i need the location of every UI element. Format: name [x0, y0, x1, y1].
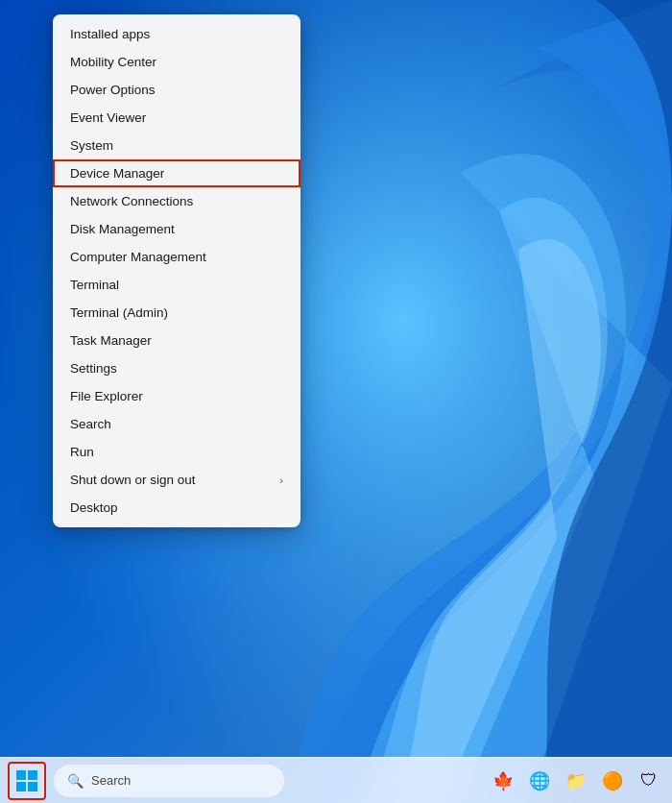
desktop: Installed appsMobility CenterPower Optio… — [0, 0, 672, 803]
menu-item-label: Terminal — [70, 278, 119, 292]
menu-item-label: Device Manager — [70, 166, 164, 181]
leaf-icon[interactable]: 🍁 — [488, 766, 518, 796]
menu-item-label: File Explorer — [70, 389, 143, 403]
windows-logo-icon — [16, 770, 37, 791]
menu-item-label: Search — [70, 417, 111, 431]
torrent-icon[interactable]: 🟠 — [597, 766, 628, 796]
menu-item-run[interactable]: Run — [53, 438, 300, 466]
menu-item-label: Shut down or sign out — [70, 473, 196, 487]
menu-item-settings[interactable]: Settings — [53, 354, 300, 382]
menu-item-label: Desktop — [70, 500, 118, 515]
menu-item-label: Computer Management — [70, 250, 206, 264]
menu-item-computer-management[interactable]: Computer Management — [53, 243, 300, 271]
menu-item-network-connections[interactable]: Network Connections — [53, 187, 300, 215]
taskbar: 🔍 Search 🍁🌐📁🟠🛡 — [0, 757, 672, 803]
menu-item-label: Task Manager — [70, 333, 152, 348]
search-label: Search — [91, 773, 131, 788]
menu-item-label: Power Options — [70, 83, 156, 97]
menu-item-event-viewer[interactable]: Event Viewer — [53, 104, 300, 132]
menu-item-desktop[interactable]: Desktop — [53, 494, 300, 522]
menu-item-label: Run — [70, 445, 94, 459]
svg-rect-1 — [16, 770, 26, 780]
svg-rect-4 — [28, 782, 37, 791]
menu-item-label: Event Viewer — [70, 110, 146, 125]
taskbar-search[interactable]: 🔍 Search — [54, 765, 284, 797]
start-button[interactable] — [8, 762, 46, 800]
menu-item-label: Disk Management — [70, 222, 175, 236]
submenu-arrow-icon: › — [279, 474, 283, 486]
svg-rect-3 — [16, 782, 26, 791]
svg-rect-2 — [28, 770, 37, 780]
search-icon: 🔍 — [67, 773, 84, 789]
context-menu: Installed appsMobility CenterPower Optio… — [53, 14, 300, 527]
menu-item-device-manager[interactable]: Device Manager — [53, 159, 300, 187]
folder-icon[interactable]: 📁 — [561, 766, 591, 796]
menu-item-disk-management[interactable]: Disk Management — [53, 215, 300, 243]
menu-item-terminal[interactable]: Terminal — [53, 271, 300, 299]
menu-item-search[interactable]: Search — [53, 410, 300, 438]
menu-item-file-explorer[interactable]: File Explorer — [53, 382, 300, 410]
menu-item-terminal-admin[interactable]: Terminal (Admin) — [53, 299, 300, 327]
smadav-icon[interactable]: 🛡 — [634, 766, 664, 796]
menu-item-label: Installed apps — [70, 27, 150, 41]
menu-item-shut-down[interactable]: Shut down or sign out› — [53, 466, 300, 494]
menu-item-power-options[interactable]: Power Options — [53, 76, 300, 104]
menu-item-label: Terminal (Admin) — [70, 305, 168, 320]
menu-item-label: Settings — [70, 361, 117, 376]
menu-item-label: System — [70, 138, 113, 153]
menu-item-mobility-center[interactable]: Mobility Center — [53, 48, 300, 76]
menu-item-system[interactable]: System — [53, 132, 300, 159]
chrome-icon[interactable]: 🌐 — [524, 766, 555, 796]
menu-item-label: Mobility Center — [70, 55, 156, 69]
menu-item-label: Network Connections — [70, 194, 193, 208]
taskbar-app-icons: 🍁🌐📁🟠🛡 — [488, 766, 664, 796]
menu-item-task-manager[interactable]: Task Manager — [53, 327, 300, 354]
menu-item-installed-apps[interactable]: Installed apps — [53, 20, 300, 48]
